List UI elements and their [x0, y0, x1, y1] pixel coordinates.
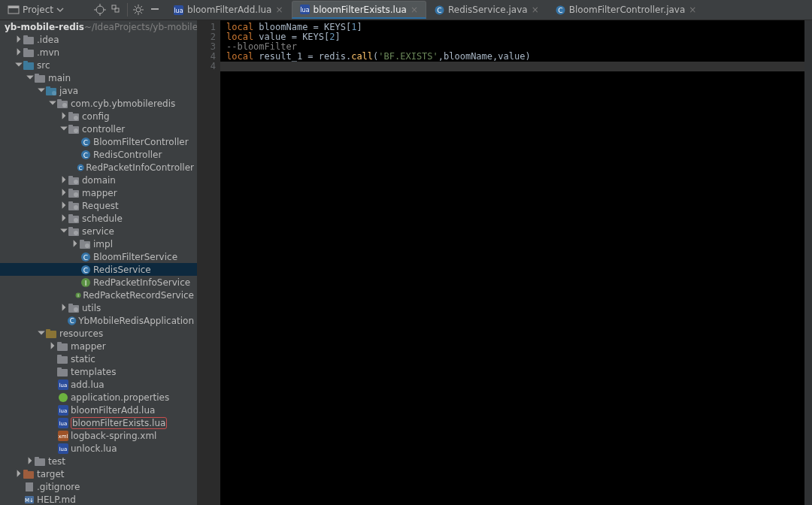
expand-arrow-icon[interactable] [59, 188, 68, 198]
close-tab-icon[interactable]: × [689, 5, 696, 15]
lua-icon: lua [57, 380, 69, 390]
tree-item--mvn[interactable]: .mvn [0, 46, 197, 59]
folder-icon [57, 341, 69, 352]
file-tab[interactable]: luabloomFilterAdd.lua× [165, 1, 291, 19]
folder-icon [57, 354, 69, 364]
tree-item-yb-mobile-redis[interactable]: yb-mobile-redis ~/IdeaProjects/yb-mobile… [0, 20, 197, 33]
locate-icon[interactable] [94, 4, 106, 16]
expand-arrow-icon[interactable] [59, 201, 68, 211]
close-tab-icon[interactable]: × [532, 5, 539, 15]
tree-item-ybmobileredisapplication[interactable]: CYbMobileRedisApplication [0, 314, 197, 327]
expand-arrow-icon[interactable] [14, 60, 23, 71]
tree-label: bloomFilterAdd.lua [71, 405, 155, 416]
tree-item-unlock-lua[interactable]: luaunlock.lua [0, 442, 197, 455]
tree-item-redisservice[interactable]: CRedisService [0, 263, 197, 276]
token-id: ] [356, 22, 362, 32]
tree-item-redpacketrecordservice[interactable]: IRedPacketRecordService [0, 289, 197, 301]
tree-item-bloomfiltercontroller[interactable]: CBloomFilterController [0, 135, 197, 148]
class-icon: C [80, 265, 92, 275]
expand-arrow-icon[interactable] [59, 303, 68, 313]
expand-arrow-icon[interactable] [26, 456, 35, 467]
token-com: --bloomFilter [226, 41, 297, 52]
expand-arrow-icon[interactable] [59, 213, 68, 224]
tree-label-extra: ~/IdeaProjects/yb-mobile-r [84, 22, 197, 32]
token-id: value = KEYS[ [253, 32, 329, 42]
tree-item-bloomfilteradd-lua[interactable]: luabloomFilterAdd.lua [0, 404, 197, 416]
svg-rect-29 [23, 37, 34, 44]
tree-item-mapper[interactable]: mapper [0, 340, 197, 352]
svg-text:lua: lua [59, 421, 68, 427]
tree-item-domain[interactable]: domain [0, 174, 197, 186]
expand-arrow-icon[interactable] [14, 469, 23, 479]
tree-item-rediscontroller[interactable]: CRedisController [0, 148, 197, 161]
tree-item-schedule[interactable]: schedule [0, 212, 197, 225]
tree-item-add-lua[interactable]: luaadd.lua [0, 378, 197, 391]
tree-item-redpacketinfoservice[interactable]: IRedPacketInfoService [0, 276, 197, 289]
tree-item-static[interactable]: static [0, 352, 197, 365]
tree-item-logback-spring-xml[interactable]: xmllogback-spring.xml [0, 429, 197, 442]
tree-label: mapper [71, 341, 106, 352]
class-icon: C [77, 162, 84, 173]
tree-item-src[interactable]: src [0, 59, 197, 71]
expand-arrow-icon[interactable] [59, 175, 68, 186]
expand-arrow-icon[interactable] [59, 226, 68, 237]
tree-item-resources[interactable]: resources [0, 327, 197, 340]
pkg-icon [68, 303, 80, 313]
tree-item-bloomfilterexists-lua[interactable]: luabloomFilterExists.lua [0, 416, 197, 429]
tree-item-mapper[interactable]: mapper [0, 186, 197, 199]
tree-item-java[interactable]: java [0, 84, 197, 97]
token-id: ,bloomName,value) [438, 51, 531, 62]
expand-arrow-icon[interactable] [59, 124, 68, 135]
tree-item-config[interactable]: config [0, 110, 197, 122]
tree-item-test[interactable]: test [0, 455, 197, 467]
expand-arrow-icon[interactable] [14, 35, 23, 45]
tree-item-request[interactable]: Request [0, 199, 197, 212]
file-tab[interactable]: CRedisService.java× [426, 1, 547, 19]
expand-arrow-icon[interactable] [71, 239, 80, 249]
expand-arrow-icon[interactable] [37, 328, 46, 339]
expand-arrow-icon[interactable] [37, 86, 46, 96]
file-tab[interactable]: CBloomFilterController.java× [547, 1, 705, 19]
expand-arrow-icon[interactable] [48, 98, 57, 109]
tree-label: test [48, 456, 65, 467]
project-tree[interactable]: yb-mobile-redis ~/IdeaProjects/yb-mobile… [0, 20, 197, 505]
tree-item-com-cyb-ybmobileredis[interactable]: com.cyb.ybmobileredis [0, 97, 197, 110]
tree-item-impl[interactable]: impl [0, 237, 197, 250]
tree-item--idea[interactable]: .idea [0, 33, 197, 46]
folder-icon [57, 367, 69, 377]
gear-icon[interactable] [132, 4, 144, 16]
collapse-all-icon[interactable] [111, 4, 123, 16]
expand-arrow-icon[interactable] [48, 341, 57, 352]
editor-area[interactable]: 12344 local bloomName = KEYS[1]local val… [198, 20, 812, 505]
expand-arrow-icon[interactable] [14, 47, 23, 58]
tree-item-templates[interactable]: templates [0, 365, 197, 378]
src-icon [23, 60, 35, 71]
tree-item-bloomfilterservice[interactable]: CBloomFilterService [0, 250, 197, 263]
tree-item-help-md[interactable]: M↓HELP.md [0, 493, 197, 505]
folder-icon [35, 456, 47, 467]
tree-item-redpacketinfocontroller[interactable]: CRedPacketInfoController [0, 161, 197, 174]
tree-item-utils[interactable]: utils [0, 301, 197, 314]
project-button[interactable]: Project [5, 4, 67, 16]
file-tab[interactable]: luabloomFilterExists.lua× [292, 1, 426, 19]
tree-item-service[interactable]: service [0, 225, 197, 237]
close-tab-icon[interactable]: × [411, 5, 418, 15]
svg-text:C: C [83, 138, 88, 146]
svg-rect-18 [151, 8, 159, 10]
expand-arrow-icon[interactable] [59, 111, 68, 122]
svg-point-9 [136, 8, 141, 12]
svg-rect-89 [57, 342, 62, 344]
close-tab-icon[interactable]: × [275, 5, 283, 15]
tree-item--gitignore[interactable]: .gitignore [0, 480, 197, 493]
editor-code[interactable]: local bloomName = KEYS[1]local value = K… [220, 20, 531, 505]
tree-label: RedPacketInfoService [93, 277, 190, 288]
tree-item-main[interactable]: main [0, 71, 197, 84]
tree-item-target[interactable]: target [0, 467, 197, 480]
expand-arrow-icon[interactable] [26, 73, 35, 83]
svg-rect-88 [57, 343, 68, 351]
tree-label: application.properties [71, 392, 169, 403]
tree-item-controller[interactable]: controller [0, 122, 197, 135]
folder-icon [35, 73, 47, 83]
hide-icon[interactable] [149, 4, 161, 16]
tree-item-application-properties[interactable]: application.properties [0, 391, 197, 404]
